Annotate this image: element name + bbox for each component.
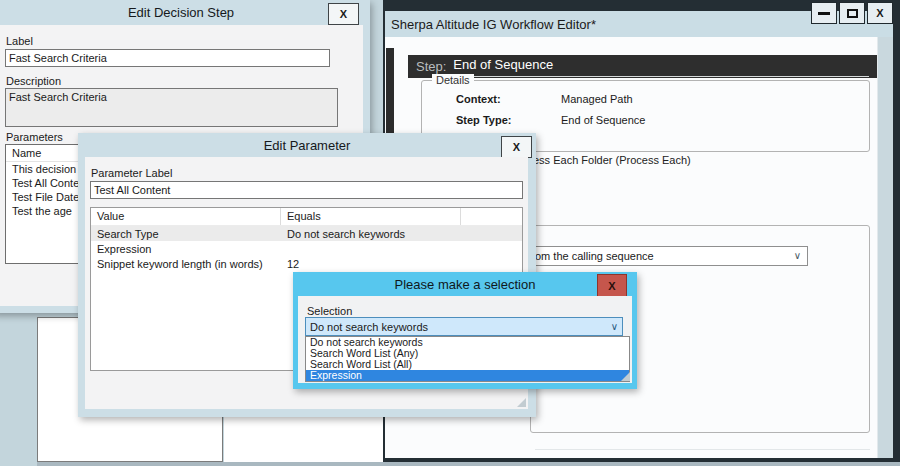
selection-dialog-titlebar[interactable]: Please make a selection [293,272,637,297]
status-divider [535,449,870,450]
column-header-value[interactable]: Value [91,208,281,225]
bottom-shadow-strip [37,462,900,466]
table-header-row: Value Equals [91,208,522,226]
dropdown-option[interactable]: Search Word List (All) [306,359,629,370]
details-groupbox-label: Details [432,74,474,86]
cell-value: Expression [91,243,281,255]
close-icon: X [608,280,615,292]
selection-combobox-value: Do not search keywords [310,321,428,333]
step-type-label: Step Type: [456,114,511,126]
step-header-label: Step: [416,59,446,74]
context-value: Managed Path [561,93,633,105]
cell-value: Search Type [91,228,281,240]
edit-decision-step-titlebar[interactable]: Edit Decision Step [0,0,370,25]
description-field-label: Description [6,75,61,87]
table-row[interactable]: Search Type Do not search keywords [91,226,522,241]
maximize-icon [847,9,858,18]
window-controls: X [811,2,893,24]
cell-value: Snippet keyword length (in words) [91,258,281,270]
minimize-button[interactable] [811,2,837,24]
parameter-label-input[interactable]: Test All Content [90,181,523,199]
edit-parameter-titlebar[interactable]: Edit Parameter [78,133,536,158]
label-field-label: Label [6,35,33,47]
dropdown-option-highlighted[interactable]: Expression [306,370,629,381]
dropdown-option[interactable]: Search Word List (Any) [306,348,629,359]
process-each-folder-label: ess Each Folder (Process Each) [533,154,691,166]
selection-combobox[interactable]: Do not search keywords ∨ [305,317,623,336]
parameters-label: Parameters [6,131,63,143]
step-header-bar: Step: End of Sequence [408,55,877,78]
selection-label: Selection [307,305,352,317]
column-header-blank [461,208,522,225]
close-button[interactable]: X [867,2,893,24]
description-field-input[interactable]: Fast Search Criteria [5,88,338,127]
close-icon: X [876,7,883,19]
edit-decision-step-close-button[interactable]: X [328,3,359,25]
cell-equals: Do not search keywords [281,228,461,240]
parameter-label-label: Parameter Label [91,167,172,179]
selection-dropdown-list: Do not search keywords Search Word List … [305,336,630,382]
context-label: Context: [456,93,501,105]
step-type-value: End of Sequence [561,114,645,126]
window-title: Sherpa Altitude IG Workflow Editor* [391,17,596,32]
sequence-combobox-value: om the calling sequence [535,250,654,262]
table-row[interactable]: Snippet keyword length (in words) 12 [91,256,522,271]
resize-grip-icon[interactable] [621,372,630,381]
selection-dialog-body: Selection Do not search keywords ∨ Do no… [298,296,632,383]
maximize-button[interactable] [839,2,865,24]
right-panel-strip [877,37,893,458]
cell-equals: 12 [281,258,461,270]
step-header-value: End of Sequence [453,56,869,77]
edit-parameter-close-button[interactable]: X [501,136,532,158]
chevron-down-icon: ∨ [794,251,801,261]
resize-grip-icon[interactable] [517,398,526,407]
selection-dialog: Please make a selection X Selection Do n… [293,272,637,389]
minimize-icon [818,12,830,15]
chevron-down-icon: ∨ [611,322,618,332]
label-field-input[interactable]: Fast Search Criteria [5,49,330,67]
dropdown-option[interactable]: Do not search keywords [306,337,629,348]
selection-dialog-close-button[interactable]: X [597,274,627,297]
screen: Sherpa Altitude IG Workflow Editor* X St… [0,0,900,466]
column-header-equals[interactable]: Equals [281,208,461,225]
close-icon: X [513,141,520,153]
table-row[interactable]: Expression [91,241,522,256]
sequence-combobox[interactable]: om the calling sequence ∨ [528,246,808,266]
close-icon: X [340,8,347,20]
